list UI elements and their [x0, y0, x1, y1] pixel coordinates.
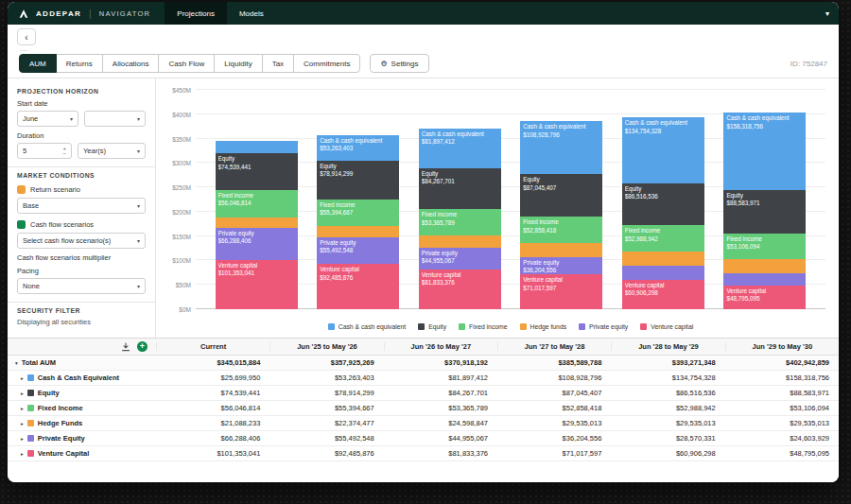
segment-equity[interactable]: Equity$87,045,407	[520, 174, 602, 217]
add-button[interactable]: +	[137, 341, 148, 352]
chart-bar-jun-26-to-may-27[interactable]: Cash & cash equivalent$81,897,412Equity$…	[419, 129, 501, 309]
segment-private-equity[interactable]: Private equity$66,288,406	[216, 228, 298, 260]
caret-right-icon[interactable]: ▸	[21, 436, 24, 442]
segment-hedge-funds[interactable]	[419, 235, 501, 248]
segment-venture-capital[interactable]: Venture capital$60,906,298	[622, 280, 704, 309]
segment-venture-capital[interactable]: Venture capital$81,833,376	[419, 269, 501, 309]
row-label-cash-cash-equivalent[interactable]: ▸Cash & Cash Equivalent	[8, 374, 156, 382]
chart-bar-current[interactable]: Equity$74,539,441Fixed income$56,046,814…	[216, 141, 298, 309]
segment-private-equity[interactable]: Private equity$55,492,548	[317, 237, 399, 265]
segment-name: Venture capital	[523, 276, 601, 284]
segment-equity[interactable]: Equity$74,539,441	[216, 153, 298, 189]
tab-commitments[interactable]: Commitments	[293, 54, 360, 73]
cell-value: $25,699,950	[156, 374, 269, 382]
caret-right-icon[interactable]: ▸	[21, 451, 24, 457]
column-header-jun-25-to-may-26[interactable]: Jun '25 to May '26	[269, 342, 383, 351]
table-row-total-aum[interactable]: ▾Total AUM$345,015,884$357,925,269$370,9…	[8, 356, 839, 371]
duration-unit-select[interactable]: Year(s) ▾	[78, 143, 146, 159]
chart-bar-jun-29-to-may-30[interactable]: Cash & cash equivalent$158,318,756Equity…	[723, 113, 806, 309]
segment-private-equity[interactable]	[723, 273, 806, 286]
back-button[interactable]: ‹	[17, 28, 36, 45]
row-label-private-equity[interactable]: ▸Private Equity	[8, 434, 156, 443]
table-row-private-equity[interactable]: ▸Private Equity$66,288,406$55,492,548$44…	[8, 431, 839, 446]
segment-hedge-funds[interactable]	[216, 217, 298, 228]
window-filler	[8, 461, 839, 482]
caret-down-icon[interactable]: ▾	[15, 360, 18, 366]
column-header-jun-26-to-may-27[interactable]: Jun '26 to May '27	[384, 342, 497, 351]
topbar-tab-projections[interactable]: Projections	[165, 2, 227, 25]
segment-cash-cash-equivalent[interactable]: Cash & cash equivalent$158,318,756	[723, 113, 806, 190]
return-scenario-select[interactable]: Base ▾	[17, 198, 146, 214]
tab-tax[interactable]: Tax	[262, 54, 294, 73]
segment-hedge-funds[interactable]	[622, 252, 704, 266]
segment-cash-cash-equivalent[interactable]	[216, 141, 298, 153]
row-label-venture-capital[interactable]: ▸Venture Capital	[8, 449, 156, 458]
chart-bar-jun-25-to-may-26[interactable]: Cash & cash equivalent$53,263,403Equity$…	[317, 135, 399, 309]
pacing-select[interactable]: None ▾	[17, 278, 146, 294]
segment-private-equity[interactable]	[622, 266, 704, 280]
topbar-tab-models[interactable]: Models	[227, 2, 276, 25]
segment-venture-capital[interactable]: Venture capital$71,017,597	[520, 274, 602, 309]
caret-right-icon[interactable]: ▸	[21, 375, 24, 381]
column-header-jun-28-to-may-29[interactable]: Jun '28 to May '29	[611, 342, 724, 351]
segment-equity[interactable]: Equity$86,516,536	[622, 183, 704, 226]
segment-fixed-income[interactable]: Fixed income$52,858,418	[520, 217, 602, 242]
cell-value: $74,539,441	[156, 389, 269, 397]
segment-venture-capital[interactable]: Venture capital$101,353,041	[216, 260, 298, 309]
cell-value: $357,925,269	[269, 358, 383, 367]
settings-button[interactable]: ⚙ Settings	[370, 54, 428, 73]
segment-hedge-funds[interactable]	[723, 259, 806, 273]
cell-value: $29,535,013	[725, 419, 839, 427]
cash-flow-scenarios-value: Select cash flow scenario(s)	[23, 236, 111, 245]
start-year-select[interactable]: ▾	[84, 111, 146, 127]
tab-cash-flow[interactable]: Cash Flow	[158, 54, 215, 73]
column-header-jun-29-to-may-30[interactable]: Jun '29 to May '30	[725, 342, 839, 351]
segment-cash-cash-equivalent[interactable]: Cash & cash equivalent$134,754,328	[622, 117, 704, 182]
segment-cash-cash-equivalent[interactable]: Cash & cash equivalent$53,263,403	[317, 135, 399, 161]
segment-equity[interactable]: Equity$84,267,701	[419, 168, 501, 209]
table-row-hedge-funds[interactable]: ▸Hedge Funds$21,088,233$22,374,477$24,59…	[8, 416, 839, 431]
segment-cash-cash-equivalent[interactable]: Cash & cash equivalent$81,897,412	[419, 129, 501, 168]
column-header-current[interactable]: Current	[156, 342, 269, 351]
caret-right-icon[interactable]: ▸	[21, 391, 24, 396]
segment-venture-capital[interactable]: Venture capital$92,485,876	[317, 264, 399, 309]
row-label-equity[interactable]: ▸Equity	[8, 389, 156, 397]
table-row-venture-capital[interactable]: ▸Venture Capital$101,353,041$92,485,876$…	[8, 446, 839, 461]
row-label-fixed-income[interactable]: ▸Fixed Income	[8, 404, 156, 412]
tab-aum[interactable]: AUM	[19, 54, 57, 73]
segment-hedge-funds[interactable]	[520, 243, 602, 257]
column-header-jun-27-to-may-28[interactable]: Jun '27 to May '28	[497, 342, 611, 351]
segment-hedge-funds[interactable]	[317, 226, 399, 237]
segment-fixed-income[interactable]: Fixed income$52,988,942	[622, 225, 704, 251]
segment-fixed-income[interactable]: Fixed income$56,046,814	[216, 190, 298, 217]
segment-name: Venture capital	[726, 287, 805, 295]
cash-flow-scenarios-select[interactable]: Select cash flow scenario(s) ▾	[17, 233, 146, 249]
tab-liquidity[interactable]: Liquidity	[214, 54, 262, 73]
caret-right-icon[interactable]: ▸	[21, 406, 24, 411]
segment-private-equity[interactable]: Private equity$36,204,556	[520, 257, 602, 275]
segment-equity[interactable]: Equity$78,914,299	[317, 161, 399, 200]
chart-bar-jun-28-to-may-29[interactable]: Cash & cash equivalent$134,754,328Equity…	[622, 117, 704, 309]
stepper-buttons[interactable]: +−	[62, 147, 66, 156]
segment-cash-cash-equivalent[interactable]: Cash & cash equivalent$108,928,796	[520, 121, 602, 174]
start-month-select[interactable]: June ▾	[17, 111, 78, 127]
table-row-equity[interactable]: ▸Equity$74,539,441$78,914,299$84,267,701…	[8, 386, 839, 401]
chevron-down-icon[interactable]: ▾	[825, 9, 829, 18]
caret-right-icon[interactable]: ▸	[21, 421, 24, 426]
segment-private-equity[interactable]: Private equity$44,955,067	[419, 248, 501, 269]
table-row-fixed-income[interactable]: ▸Fixed Income$56,046,814$55,394,667$53,3…	[8, 401, 839, 416]
row-label-hedge-funds[interactable]: ▸Hedge Funds	[8, 419, 156, 427]
segment-fixed-income[interactable]: Fixed income$55,394,667	[317, 200, 399, 227]
tab-allocations[interactable]: Allocations	[102, 54, 160, 73]
tab-returns[interactable]: Returns	[56, 54, 103, 73]
table-row-cash-cash-equivalent[interactable]: ▸Cash & Cash Equivalent$25,699,950$53,26…	[8, 371, 839, 386]
chart-bar-jun-27-to-may-28[interactable]: Cash & cash equivalent$108,928,796Equity…	[520, 121, 602, 309]
duration-stepper[interactable]: 5 +−	[17, 143, 72, 159]
segment-fixed-income[interactable]: Fixed income$53,106,094	[723, 234, 806, 259]
decrement-icon[interactable]: −	[62, 151, 66, 156]
segment-equity[interactable]: Equity$88,583,971	[723, 190, 806, 234]
row-label-total-aum[interactable]: ▾Total AUM	[8, 358, 156, 367]
segment-venture-capital[interactable]: Venture capital$48,795,095	[723, 286, 806, 309]
segment-fixed-income[interactable]: Fixed income$53,365,789	[419, 209, 501, 235]
download-button[interactable]	[121, 342, 130, 352]
